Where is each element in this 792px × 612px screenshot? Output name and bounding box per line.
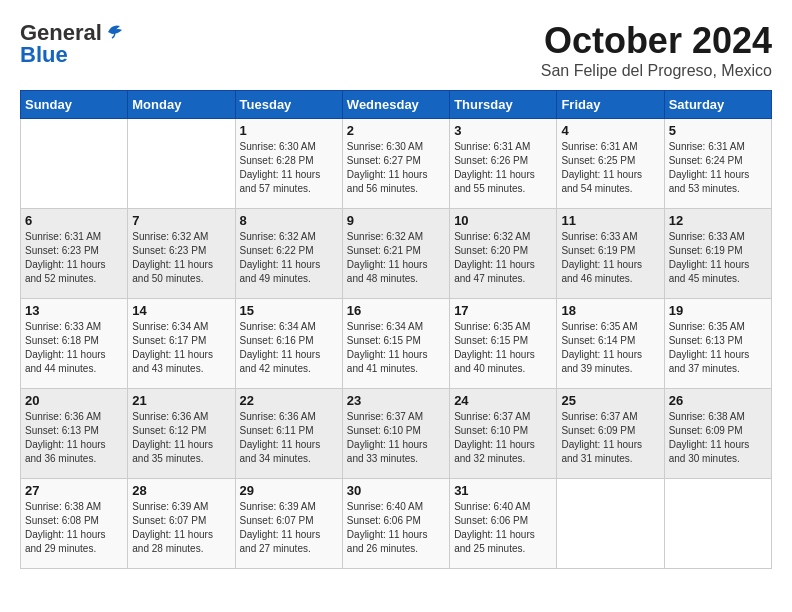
calendar-cell: 14Sunrise: 6:34 AM Sunset: 6:17 PM Dayli… xyxy=(128,299,235,389)
week-row-4: 27Sunrise: 6:38 AM Sunset: 6:08 PM Dayli… xyxy=(21,479,772,569)
calendar-cell: 12Sunrise: 6:33 AM Sunset: 6:19 PM Dayli… xyxy=(664,209,771,299)
calendar-cell xyxy=(21,119,128,209)
calendar-cell: 31Sunrise: 6:40 AM Sunset: 6:06 PM Dayli… xyxy=(450,479,557,569)
day-info: Sunrise: 6:33 AM Sunset: 6:19 PM Dayligh… xyxy=(561,230,659,286)
day-info: Sunrise: 6:30 AM Sunset: 6:27 PM Dayligh… xyxy=(347,140,445,196)
calendar-cell: 26Sunrise: 6:38 AM Sunset: 6:09 PM Dayli… xyxy=(664,389,771,479)
calendar-cell: 16Sunrise: 6:34 AM Sunset: 6:15 PM Dayli… xyxy=(342,299,449,389)
day-info: Sunrise: 6:31 AM Sunset: 6:25 PM Dayligh… xyxy=(561,140,659,196)
week-row-1: 6Sunrise: 6:31 AM Sunset: 6:23 PM Daylig… xyxy=(21,209,772,299)
day-info: Sunrise: 6:33 AM Sunset: 6:18 PM Dayligh… xyxy=(25,320,123,376)
calendar-cell: 1Sunrise: 6:30 AM Sunset: 6:28 PM Daylig… xyxy=(235,119,342,209)
day-info: Sunrise: 6:31 AM Sunset: 6:26 PM Dayligh… xyxy=(454,140,552,196)
day-info: Sunrise: 6:32 AM Sunset: 6:23 PM Dayligh… xyxy=(132,230,230,286)
week-row-0: 1Sunrise: 6:30 AM Sunset: 6:28 PM Daylig… xyxy=(21,119,772,209)
calendar-cell: 24Sunrise: 6:37 AM Sunset: 6:10 PM Dayli… xyxy=(450,389,557,479)
day-number: 17 xyxy=(454,303,552,318)
header-friday: Friday xyxy=(557,91,664,119)
day-number: 22 xyxy=(240,393,338,408)
day-info: Sunrise: 6:38 AM Sunset: 6:08 PM Dayligh… xyxy=(25,500,123,556)
day-info: Sunrise: 6:33 AM Sunset: 6:19 PM Dayligh… xyxy=(669,230,767,286)
day-number: 10 xyxy=(454,213,552,228)
header-wednesday: Wednesday xyxy=(342,91,449,119)
week-row-3: 20Sunrise: 6:36 AM Sunset: 6:13 PM Dayli… xyxy=(21,389,772,479)
day-info: Sunrise: 6:35 AM Sunset: 6:13 PM Dayligh… xyxy=(669,320,767,376)
calendar-table: SundayMondayTuesdayWednesdayThursdayFrid… xyxy=(20,90,772,569)
day-info: Sunrise: 6:37 AM Sunset: 6:09 PM Dayligh… xyxy=(561,410,659,466)
day-number: 25 xyxy=(561,393,659,408)
calendar-cell: 4Sunrise: 6:31 AM Sunset: 6:25 PM Daylig… xyxy=(557,119,664,209)
header-tuesday: Tuesday xyxy=(235,91,342,119)
day-number: 12 xyxy=(669,213,767,228)
calendar-cell xyxy=(557,479,664,569)
day-number: 15 xyxy=(240,303,338,318)
day-info: Sunrise: 6:38 AM Sunset: 6:09 PM Dayligh… xyxy=(669,410,767,466)
calendar-cell: 17Sunrise: 6:35 AM Sunset: 6:15 PM Dayli… xyxy=(450,299,557,389)
day-number: 30 xyxy=(347,483,445,498)
day-info: Sunrise: 6:35 AM Sunset: 6:14 PM Dayligh… xyxy=(561,320,659,376)
header-sunday: Sunday xyxy=(21,91,128,119)
day-number: 7 xyxy=(132,213,230,228)
calendar-cell: 25Sunrise: 6:37 AM Sunset: 6:09 PM Dayli… xyxy=(557,389,664,479)
day-info: Sunrise: 6:34 AM Sunset: 6:17 PM Dayligh… xyxy=(132,320,230,376)
day-number: 20 xyxy=(25,393,123,408)
day-number: 24 xyxy=(454,393,552,408)
day-number: 6 xyxy=(25,213,123,228)
day-info: Sunrise: 6:34 AM Sunset: 6:15 PM Dayligh… xyxy=(347,320,445,376)
calendar-cell: 7Sunrise: 6:32 AM Sunset: 6:23 PM Daylig… xyxy=(128,209,235,299)
title-area: October 2024 San Felipe del Progreso, Me… xyxy=(541,20,772,80)
day-info: Sunrise: 6:34 AM Sunset: 6:16 PM Dayligh… xyxy=(240,320,338,376)
day-info: Sunrise: 6:30 AM Sunset: 6:28 PM Dayligh… xyxy=(240,140,338,196)
day-number: 14 xyxy=(132,303,230,318)
day-info: Sunrise: 6:32 AM Sunset: 6:20 PM Dayligh… xyxy=(454,230,552,286)
calendar-cell: 15Sunrise: 6:34 AM Sunset: 6:16 PM Dayli… xyxy=(235,299,342,389)
calendar-cell: 20Sunrise: 6:36 AM Sunset: 6:13 PM Dayli… xyxy=(21,389,128,479)
day-number: 16 xyxy=(347,303,445,318)
day-info: Sunrise: 6:36 AM Sunset: 6:13 PM Dayligh… xyxy=(25,410,123,466)
day-number: 26 xyxy=(669,393,767,408)
calendar-cell: 10Sunrise: 6:32 AM Sunset: 6:20 PM Dayli… xyxy=(450,209,557,299)
day-number: 28 xyxy=(132,483,230,498)
calendar-cell: 18Sunrise: 6:35 AM Sunset: 6:14 PM Dayli… xyxy=(557,299,664,389)
day-info: Sunrise: 6:36 AM Sunset: 6:12 PM Dayligh… xyxy=(132,410,230,466)
day-info: Sunrise: 6:32 AM Sunset: 6:22 PM Dayligh… xyxy=(240,230,338,286)
calendar-cell: 9Sunrise: 6:32 AM Sunset: 6:21 PM Daylig… xyxy=(342,209,449,299)
calendar-cell xyxy=(664,479,771,569)
day-number: 3 xyxy=(454,123,552,138)
header-row: SundayMondayTuesdayWednesdayThursdayFrid… xyxy=(21,91,772,119)
header-saturday: Saturday xyxy=(664,91,771,119)
calendar-cell xyxy=(128,119,235,209)
header-thursday: Thursday xyxy=(450,91,557,119)
day-number: 19 xyxy=(669,303,767,318)
month-title: October 2024 xyxy=(541,20,772,62)
day-number: 13 xyxy=(25,303,123,318)
calendar-cell: 23Sunrise: 6:37 AM Sunset: 6:10 PM Dayli… xyxy=(342,389,449,479)
day-info: Sunrise: 6:39 AM Sunset: 6:07 PM Dayligh… xyxy=(240,500,338,556)
page-header: General Blue October 2024 San Felipe del… xyxy=(20,20,772,80)
logo: General Blue xyxy=(20,20,126,68)
logo-blue: Blue xyxy=(20,42,68,68)
calendar-cell: 11Sunrise: 6:33 AM Sunset: 6:19 PM Dayli… xyxy=(557,209,664,299)
day-info: Sunrise: 6:40 AM Sunset: 6:06 PM Dayligh… xyxy=(454,500,552,556)
day-number: 8 xyxy=(240,213,338,228)
day-info: Sunrise: 6:36 AM Sunset: 6:11 PM Dayligh… xyxy=(240,410,338,466)
day-number: 2 xyxy=(347,123,445,138)
calendar-cell: 8Sunrise: 6:32 AM Sunset: 6:22 PM Daylig… xyxy=(235,209,342,299)
calendar-cell: 6Sunrise: 6:31 AM Sunset: 6:23 PM Daylig… xyxy=(21,209,128,299)
day-number: 23 xyxy=(347,393,445,408)
day-info: Sunrise: 6:39 AM Sunset: 6:07 PM Dayligh… xyxy=(132,500,230,556)
day-info: Sunrise: 6:31 AM Sunset: 6:24 PM Dayligh… xyxy=(669,140,767,196)
day-number: 4 xyxy=(561,123,659,138)
day-number: 21 xyxy=(132,393,230,408)
calendar-cell: 19Sunrise: 6:35 AM Sunset: 6:13 PM Dayli… xyxy=(664,299,771,389)
day-info: Sunrise: 6:40 AM Sunset: 6:06 PM Dayligh… xyxy=(347,500,445,556)
calendar-cell: 3Sunrise: 6:31 AM Sunset: 6:26 PM Daylig… xyxy=(450,119,557,209)
day-number: 5 xyxy=(669,123,767,138)
day-number: 1 xyxy=(240,123,338,138)
day-info: Sunrise: 6:35 AM Sunset: 6:15 PM Dayligh… xyxy=(454,320,552,376)
day-number: 31 xyxy=(454,483,552,498)
day-number: 18 xyxy=(561,303,659,318)
day-info: Sunrise: 6:32 AM Sunset: 6:21 PM Dayligh… xyxy=(347,230,445,286)
calendar-cell: 2Sunrise: 6:30 AM Sunset: 6:27 PM Daylig… xyxy=(342,119,449,209)
day-info: Sunrise: 6:37 AM Sunset: 6:10 PM Dayligh… xyxy=(347,410,445,466)
